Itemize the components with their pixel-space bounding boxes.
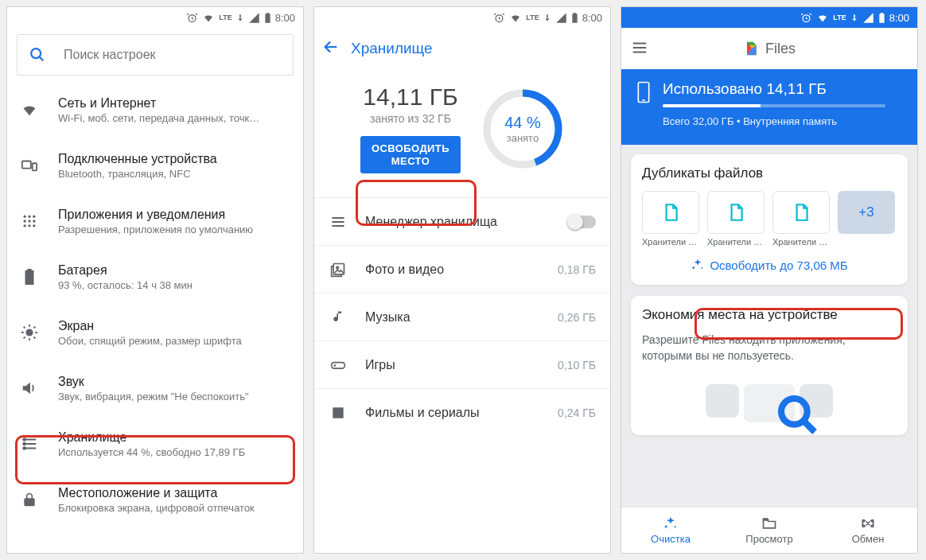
phone-icon: [636, 80, 652, 107]
wifi-icon: [816, 12, 829, 24]
row-value: 0,18 ГБ: [558, 263, 596, 276]
lte-label: LTE: [219, 14, 231, 21]
usage-bar: [663, 104, 885, 107]
svg-point-1: [31, 49, 41, 58]
row-storage[interactable]: ХранилищеИспользуется 44 %, свободно 17,…: [7, 416, 303, 472]
settings-list: Сеть и ИнтернетWi-Fi, моб. сети, передач…: [7, 82, 303, 553]
row-movies[interactable]: Фильмы и сериалы 0,24 ГБ: [314, 388, 610, 436]
row-title: Подключенные устройства: [58, 152, 292, 166]
battery-icon: [18, 268, 41, 286]
toggle-storage-manager[interactable]: [569, 216, 596, 228]
row-photos[interactable]: Фото и видео 0,18 ГБ: [314, 245, 610, 293]
svg-point-26: [781, 399, 807, 425]
storage-ring: 44 % занято: [481, 88, 564, 170]
row-battery[interactable]: Батарея93 %, осталось: 14 ч 38 мин: [7, 249, 303, 305]
row-value: 0,10 ГБ: [558, 359, 596, 371]
files-usage: Использовано 14,11 ГБ Всего 32,00 ГБ • В…: [621, 69, 917, 145]
volume-icon: [18, 379, 41, 397]
storage-hero: 14,11 ГБ занято из 32 ГБ ОСВОБОДИТЬ МЕСТ…: [314, 69, 610, 197]
back-icon[interactable]: [322, 38, 340, 60]
svg-point-7: [24, 220, 26, 222]
illustration: [642, 371, 897, 435]
folder-icon: [761, 515, 777, 531]
search-icon: [29, 46, 46, 64]
alarm-icon: [493, 12, 505, 24]
row-sub: Блокировка экрана, цифровой отпечаток: [58, 502, 292, 514]
clock-label: 8:00: [889, 12, 909, 24]
brand-label: Files: [765, 41, 796, 57]
row-display[interactable]: ЭкранОбои, спящий режим, размер шрифта: [7, 305, 303, 360]
wifi-icon: [202, 12, 215, 24]
row-security[interactable]: Местоположение и защитаБлокировка экрана…: [7, 472, 303, 527]
nav-label: Очистка: [651, 533, 691, 545]
signal-down-icon: [543, 13, 551, 23]
svg-point-15: [23, 443, 25, 445]
row-sub: Wi-Fi, моб. сети, передача данных, точк…: [58, 112, 292, 124]
signal-icon: [862, 12, 874, 24]
row-connected-devices[interactable]: Подключенные устройстваBluetooth, трансл…: [7, 138, 303, 193]
nav-browse[interactable]: Просмотр: [720, 508, 819, 553]
svg-rect-25: [638, 83, 648, 103]
battery-icon: [878, 12, 885, 24]
files-appbar: Files: [621, 28, 917, 69]
clock-label: 8:00: [582, 12, 602, 24]
nav-label: Просмотр: [745, 533, 792, 545]
lte-label: LTE: [526, 14, 539, 21]
signal-icon: [555, 12, 567, 24]
row-sub: Звук, вибрация, режим "Не беспокоить": [58, 391, 292, 402]
magnifier-icon: [776, 393, 820, 440]
share-icon: [860, 515, 876, 531]
status-bar: LTE 8:00: [314, 7, 610, 28]
alarm-icon: [186, 12, 198, 24]
dup-item[interactable]: Хранители #…: [772, 191, 830, 247]
nav-share[interactable]: Обмен: [819, 508, 917, 553]
row-storage-manager[interactable]: Менеджер хранилища: [314, 197, 610, 245]
storage-appbar: Хранилище: [314, 28, 610, 69]
sparkle-icon: [663, 515, 679, 531]
row-network[interactable]: Сеть и ИнтернетWi-Fi, моб. сети, передач…: [7, 82, 303, 138]
menu-icon[interactable]: [631, 39, 648, 59]
free-up-link[interactable]: Освободить до 73,06 МБ: [642, 258, 897, 272]
battery-icon: [264, 12, 271, 24]
clock-label: 8:00: [275, 12, 295, 24]
dup-name: Хранители #…: [642, 237, 699, 247]
nav-clean[interactable]: Очистка: [621, 508, 720, 553]
search-settings[interactable]: Поиск настроек: [17, 34, 294, 76]
status-bar: LTE 8:00: [621, 7, 917, 28]
alarm-icon: [800, 12, 812, 24]
lock-icon: [18, 491, 41, 508]
svg-point-9: [33, 220, 35, 222]
status-bar: LTE 8:00: [7, 7, 303, 28]
free-space-button[interactable]: ОСВОБОДИТЬ МЕСТО: [360, 136, 461, 173]
devices-icon: [18, 157, 41, 174]
row-music[interactable]: Музыка 0,26 ГБ: [314, 293, 610, 340]
row-apps[interactable]: Приложения и уведомленияРазрешения, прил…: [7, 193, 303, 249]
storage-icon: [18, 435, 41, 453]
row-sound[interactable]: ЗвукЗвук, вибрация, режим "Не беспокоить…: [7, 360, 303, 416]
row-title: Звук: [58, 375, 292, 389]
sparkle-icon: [691, 258, 705, 272]
file-icon: [726, 202, 746, 223]
row-sub: Обои, спящий режим, размер шрифта: [58, 335, 292, 347]
signal-icon: [248, 12, 260, 24]
card-title: Экономия места на устройстве: [642, 307, 897, 323]
row-title: Хранилище: [58, 430, 292, 445]
dup-name: Хранители #…: [772, 237, 830, 247]
wifi-icon: [18, 101, 41, 119]
row-title: Местоположение и защита: [58, 486, 292, 500]
dup-item[interactable]: Хранители #…: [642, 191, 699, 247]
svg-point-12: [33, 224, 35, 227]
files-logo-icon: [743, 41, 759, 56]
row-games[interactable]: Игры 0,10 ГБ: [314, 340, 610, 388]
row-title: Приложения и уведомления: [58, 208, 292, 222]
svg-point-6: [33, 216, 35, 218]
storage-icon: [329, 214, 348, 230]
gamepad-icon: [329, 357, 348, 373]
row-label: Менеджер хранилища: [365, 215, 551, 229]
files-body: Дубликаты файлов Хранители #… Хранители …: [621, 145, 917, 507]
row-sub: Разрешения, приложения по умолчанию: [58, 224, 292, 235]
card-duplicates: Дубликаты файлов Хранители #… Хранители …: [631, 154, 908, 285]
row-sub: Bluetooth, трансляция, NFC: [58, 168, 292, 180]
dup-item[interactable]: Хранители #…: [707, 191, 765, 247]
dup-more[interactable]: +3: [838, 191, 895, 234]
